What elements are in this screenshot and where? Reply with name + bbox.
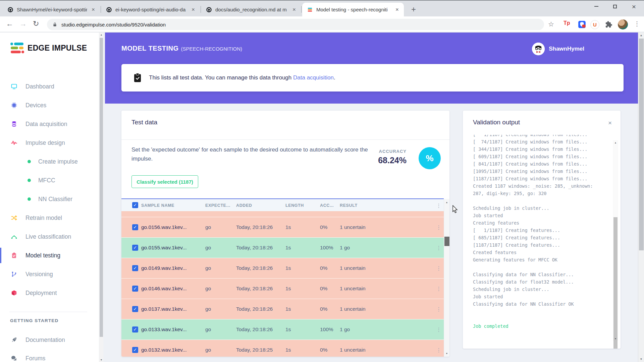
header-checkbox[interactable]: ✓	[132, 202, 138, 208]
edge-impulse-logo[interactable]: EDGE IMPULSE	[10, 41, 87, 55]
row-kebab-menu-icon[interactable]: ⋮	[436, 326, 441, 333]
sidebar-item-retrain-model[interactable]: Retrain model	[0, 210, 99, 226]
github-icon	[106, 7, 112, 13]
tab-close-icon[interactable]: ×	[394, 6, 400, 13]
row-kebab-menu-icon[interactable]: ⋮	[436, 347, 441, 353]
table-row[interactable]: ✓go.0132.wav.1kev...goToday, 20:18:251s0…	[121, 340, 444, 357]
extension-shield-icon[interactable]	[578, 20, 586, 30]
tab-close-icon[interactable]: ×	[90, 6, 97, 13]
cell-length: 1s	[285, 347, 291, 353]
row-kebab-menu-icon[interactable]: ⋮	[436, 245, 441, 251]
row-checkbox[interactable]: ✓	[132, 347, 138, 353]
browser-menu-icon[interactable]: ⋮	[634, 20, 640, 27]
browser-avatar[interactable]	[618, 19, 628, 29]
close-icon[interactable]: ×	[608, 119, 612, 127]
table-row[interactable]: ✓go.0133.wav.1kev...goToday, 20:18:261s1…	[121, 319, 444, 340]
row-kebab-menu-icon[interactable]: ⋮	[436, 286, 441, 292]
sample-name-link[interactable]: go.0149.wav.1kev...	[141, 265, 187, 271]
sidebar-scrollbar-thumb[interactable]	[100, 38, 103, 337]
user-chip[interactable]: ShawnHymel	[532, 43, 584, 55]
user-avatar[interactable]	[532, 43, 545, 55]
row-checkbox[interactable]: ✓	[132, 326, 138, 333]
extensions-puzzle-icon[interactable]	[605, 21, 612, 29]
banner-link-data-acquisition[interactable]: Data acquisition	[293, 74, 334, 81]
window-close-button[interactable]: ×	[626, 0, 642, 13]
sidebar-scrollbar[interactable]: ▲ ▼	[99, 33, 103, 362]
forward-button[interactable]: →	[19, 19, 27, 28]
row-checkbox[interactable]: ✓	[132, 306, 138, 312]
sample-name-link[interactable]: go.0156.wav.1kev...	[141, 224, 187, 230]
tab-4[interactable]: Model testing - speech-recogniti×	[302, 3, 404, 16]
row-checkbox[interactable]: ✓	[132, 224, 138, 230]
window-maximize-button[interactable]	[607, 0, 623, 13]
table-row[interactable]: ✓go.0149.wav.1kev...goToday, 20:18:261s0…	[121, 258, 444, 279]
sidebar-item-dashboard[interactable]: Dashboard	[0, 79, 99, 94]
sidebar-item-documentation[interactable]: Documentation	[0, 332, 99, 348]
scroll-up-icon[interactable]: ▲	[444, 201, 449, 203]
tab-close-icon[interactable]: ×	[190, 6, 197, 13]
address-bar[interactable]: studio.edgeimpulse.com/studio/9520/valid…	[47, 19, 544, 30]
sidebar-item-mfcc[interactable]: MFCC	[0, 173, 99, 188]
tab-3[interactable]: docs/audio_recognition.md at m×	[201, 3, 301, 16]
sidebar-item-forums[interactable]: Forums	[0, 351, 99, 362]
header-kebab-menu-icon[interactable]: ⋮	[436, 202, 441, 209]
page-scrollbar[interactable]: ▲ ▼	[638, 33, 644, 362]
row-kebab-menu-icon[interactable]: ⋮	[436, 265, 441, 272]
sidebar-item-impulse-design[interactable]: Impulse design	[0, 135, 99, 150]
extension-u-icon[interactable]: U	[590, 20, 599, 29]
scroll-up-icon[interactable]: ▲	[99, 34, 103, 36]
reload-button[interactable]: ↻	[33, 19, 39, 28]
scroll-down-icon[interactable]: ▼	[638, 358, 644, 361]
table-row[interactable]: ✓go.0156.wav.1kev...goToday, 20:18:261s0…	[121, 217, 444, 238]
row-checkbox[interactable]: ✓	[132, 245, 138, 251]
console-scrollbar-thumb[interactable]	[613, 217, 618, 349]
tab-2[interactable]: ei-keyword-spotting/ei-audio-da×	[101, 3, 200, 16]
bookmark-star-icon[interactable]: ☆	[548, 20, 554, 28]
table-scrollbar-thumb[interactable]	[444, 237, 449, 246]
sample-name-link[interactable]: go.0133.wav.1kev...	[141, 326, 187, 333]
sidebar-item-data-acquisition[interactable]: Data acquisition	[0, 116, 99, 132]
scroll-down-icon[interactable]: ▼	[99, 359, 103, 361]
card-title: Test data	[131, 119, 157, 126]
sidebar-item-label: Retrain model	[25, 215, 62, 222]
scroll-up-icon[interactable]: ▲	[613, 141, 618, 144]
classify-selected-button[interactable]: Classify selected (1187)	[131, 175, 198, 188]
sample-name-link[interactable]: go.0137.wav.1kev...	[141, 306, 187, 312]
cell-length: 1s	[285, 286, 291, 292]
console-line	[473, 315, 606, 322]
sidebar-item-deployment[interactable]: Deployment	[0, 285, 99, 301]
table-header: ✓ ⋮ SAMPLE NAMEEXPECTE...ADDEDLENGTHACC.…	[121, 198, 444, 211]
sample-name-link[interactable]: go.0146.wav.1kev...	[141, 286, 187, 292]
sidebar-item-devices[interactable]: Devices	[0, 98, 99, 113]
back-button[interactable]: ←	[6, 19, 13, 28]
page-title: MODEL TESTING	[121, 45, 179, 52]
table-row[interactable]: ✓go.0155.wav.1kev...goToday, 20:18:261s1…	[121, 238, 444, 258]
sample-name-link[interactable]: go.0132.wav.1kev...	[141, 347, 187, 353]
table-row[interactable]: ✓go.0146.wav.1kev...goToday, 20:18:261s0…	[121, 279, 444, 299]
sidebar-item-model-testing[interactable]: Model testing	[0, 248, 99, 263]
sidebar-item-nn-classifier[interactable]: NN Classifier	[0, 191, 99, 207]
table-scrollbar[interactable]: ▲ ▼	[444, 199, 449, 357]
cell-accuracy: 0%	[320, 286, 327, 292]
url-text[interactable]: studio.edgeimpulse.com/studio/9520/valid…	[61, 22, 166, 27]
row-checkbox[interactable]: ✓	[132, 286, 138, 292]
sidebar-item-create-impulse[interactable]: Create impulse	[0, 154, 99, 169]
tab-1[interactable]: ShawnHymel/ei-keyword-spottin×	[3, 3, 100, 16]
cell-result: 1 go	[340, 326, 350, 333]
page-scrollbar-thumb[interactable]	[639, 39, 644, 250]
new-tab-button[interactable]: +	[409, 5, 419, 14]
sidebar-item-versioning[interactable]: Versioning	[0, 266, 99, 282]
sample-name-link[interactable]: go.0155.wav.1kev...	[141, 245, 187, 251]
scroll-down-icon[interactable]: ▼	[444, 352, 449, 355]
row-kebab-menu-icon[interactable]: ⋮	[436, 306, 441, 312]
table-row[interactable]: ✓go.0137.wav.1kev...goToday, 20:18:261s0…	[121, 299, 444, 319]
row-kebab-menu-icon[interactable]: ⋮	[436, 224, 441, 231]
console-scrollbar[interactable]: ▲ ▼	[613, 140, 618, 341]
row-checkbox[interactable]: ✓	[132, 265, 138, 271]
scroll-up-icon[interactable]: ▲	[638, 34, 644, 37]
window-minimize-button[interactable]	[588, 0, 604, 13]
tab-close-icon[interactable]: ×	[291, 6, 298, 13]
scroll-down-icon[interactable]: ▼	[613, 338, 618, 340]
sidebar-item-live-classification[interactable]: Live classification	[0, 229, 99, 244]
extension-tp-icon[interactable]: Tp	[564, 20, 570, 26]
